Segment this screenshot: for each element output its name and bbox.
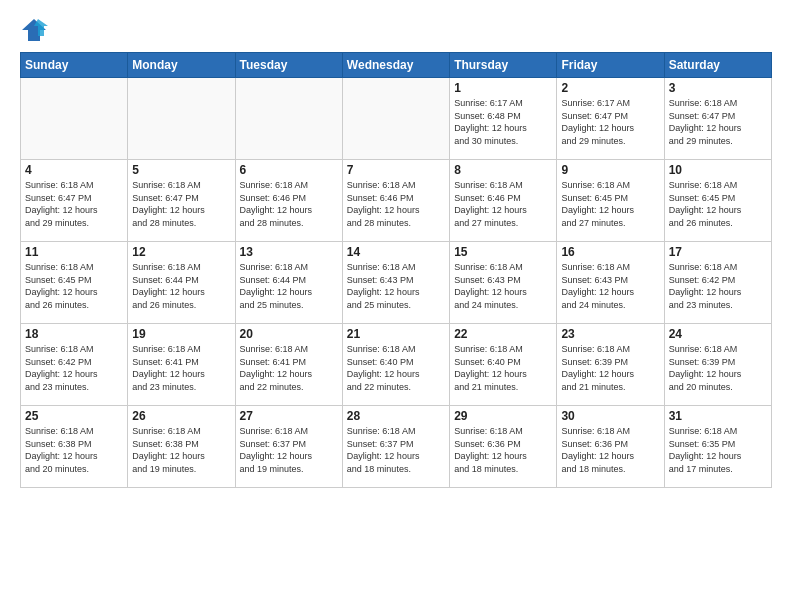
day-number: 8 <box>454 163 552 177</box>
calendar-day: 26Sunrise: 6:18 AM Sunset: 6:38 PM Dayli… <box>128 406 235 488</box>
calendar-day: 3Sunrise: 6:18 AM Sunset: 6:47 PM Daylig… <box>664 78 771 160</box>
day-number: 26 <box>132 409 230 423</box>
header-day: Tuesday <box>235 53 342 78</box>
day-info: Sunrise: 6:18 AM Sunset: 6:40 PM Dayligh… <box>454 343 552 393</box>
day-info: Sunrise: 6:18 AM Sunset: 6:43 PM Dayligh… <box>454 261 552 311</box>
calendar-day: 8Sunrise: 6:18 AM Sunset: 6:46 PM Daylig… <box>450 160 557 242</box>
calendar-day: 24Sunrise: 6:18 AM Sunset: 6:39 PM Dayli… <box>664 324 771 406</box>
calendar-day: 17Sunrise: 6:18 AM Sunset: 6:42 PM Dayli… <box>664 242 771 324</box>
calendar-day: 22Sunrise: 6:18 AM Sunset: 6:40 PM Dayli… <box>450 324 557 406</box>
day-info: Sunrise: 6:18 AM Sunset: 6:43 PM Dayligh… <box>347 261 445 311</box>
calendar-day: 14Sunrise: 6:18 AM Sunset: 6:43 PM Dayli… <box>342 242 449 324</box>
calendar-day: 25Sunrise: 6:18 AM Sunset: 6:38 PM Dayli… <box>21 406 128 488</box>
day-number: 15 <box>454 245 552 259</box>
calendar-day: 9Sunrise: 6:18 AM Sunset: 6:45 PM Daylig… <box>557 160 664 242</box>
day-number: 5 <box>132 163 230 177</box>
calendar-day: 2Sunrise: 6:17 AM Sunset: 6:47 PM Daylig… <box>557 78 664 160</box>
day-number: 27 <box>240 409 338 423</box>
day-number: 29 <box>454 409 552 423</box>
day-info: Sunrise: 6:18 AM Sunset: 6:42 PM Dayligh… <box>25 343 123 393</box>
calendar-day: 31Sunrise: 6:18 AM Sunset: 6:35 PM Dayli… <box>664 406 771 488</box>
calendar-day: 13Sunrise: 6:18 AM Sunset: 6:44 PM Dayli… <box>235 242 342 324</box>
day-number: 20 <box>240 327 338 341</box>
day-info: Sunrise: 6:18 AM Sunset: 6:46 PM Dayligh… <box>240 179 338 229</box>
calendar-week: 1Sunrise: 6:17 AM Sunset: 6:48 PM Daylig… <box>21 78 772 160</box>
day-info: Sunrise: 6:18 AM Sunset: 6:44 PM Dayligh… <box>132 261 230 311</box>
calendar-day: 10Sunrise: 6:18 AM Sunset: 6:45 PM Dayli… <box>664 160 771 242</box>
calendar-day: 7Sunrise: 6:18 AM Sunset: 6:46 PM Daylig… <box>342 160 449 242</box>
day-info: Sunrise: 6:18 AM Sunset: 6:38 PM Dayligh… <box>132 425 230 475</box>
calendar-day <box>128 78 235 160</box>
day-info: Sunrise: 6:18 AM Sunset: 6:47 PM Dayligh… <box>25 179 123 229</box>
day-info: Sunrise: 6:18 AM Sunset: 6:38 PM Dayligh… <box>25 425 123 475</box>
calendar-day: 29Sunrise: 6:18 AM Sunset: 6:36 PM Dayli… <box>450 406 557 488</box>
page: SundayMondayTuesdayWednesdayThursdayFrid… <box>0 0 792 612</box>
day-number: 30 <box>561 409 659 423</box>
calendar-day: 27Sunrise: 6:18 AM Sunset: 6:37 PM Dayli… <box>235 406 342 488</box>
day-info: Sunrise: 6:18 AM Sunset: 6:36 PM Dayligh… <box>454 425 552 475</box>
day-number: 7 <box>347 163 445 177</box>
calendar-day: 4Sunrise: 6:18 AM Sunset: 6:47 PM Daylig… <box>21 160 128 242</box>
day-number: 3 <box>669 81 767 95</box>
header-day: Sunday <box>21 53 128 78</box>
day-number: 24 <box>669 327 767 341</box>
day-info: Sunrise: 6:18 AM Sunset: 6:41 PM Dayligh… <box>132 343 230 393</box>
calendar-week: 18Sunrise: 6:18 AM Sunset: 6:42 PM Dayli… <box>21 324 772 406</box>
calendar-body: 1Sunrise: 6:17 AM Sunset: 6:48 PM Daylig… <box>21 78 772 488</box>
logo-icon <box>20 16 48 44</box>
day-number: 23 <box>561 327 659 341</box>
header <box>20 16 772 44</box>
calendar-day: 18Sunrise: 6:18 AM Sunset: 6:42 PM Dayli… <box>21 324 128 406</box>
header-day: Saturday <box>664 53 771 78</box>
day-number: 19 <box>132 327 230 341</box>
header-day: Monday <box>128 53 235 78</box>
day-number: 2 <box>561 81 659 95</box>
day-info: Sunrise: 6:18 AM Sunset: 6:35 PM Dayligh… <box>669 425 767 475</box>
day-info: Sunrise: 6:18 AM Sunset: 6:37 PM Dayligh… <box>240 425 338 475</box>
calendar-day: 30Sunrise: 6:18 AM Sunset: 6:36 PM Dayli… <box>557 406 664 488</box>
calendar-day: 16Sunrise: 6:18 AM Sunset: 6:43 PM Dayli… <box>557 242 664 324</box>
day-info: Sunrise: 6:18 AM Sunset: 6:39 PM Dayligh… <box>669 343 767 393</box>
day-info: Sunrise: 6:18 AM Sunset: 6:43 PM Dayligh… <box>561 261 659 311</box>
calendar-day <box>235 78 342 160</box>
calendar-day: 23Sunrise: 6:18 AM Sunset: 6:39 PM Dayli… <box>557 324 664 406</box>
calendar-day: 5Sunrise: 6:18 AM Sunset: 6:47 PM Daylig… <box>128 160 235 242</box>
header-day: Thursday <box>450 53 557 78</box>
calendar: SundayMondayTuesdayWednesdayThursdayFrid… <box>20 52 772 488</box>
calendar-day: 15Sunrise: 6:18 AM Sunset: 6:43 PM Dayli… <box>450 242 557 324</box>
calendar-week: 25Sunrise: 6:18 AM Sunset: 6:38 PM Dayli… <box>21 406 772 488</box>
day-number: 18 <box>25 327 123 341</box>
day-number: 14 <box>347 245 445 259</box>
day-number: 4 <box>25 163 123 177</box>
calendar-day: 19Sunrise: 6:18 AM Sunset: 6:41 PM Dayli… <box>128 324 235 406</box>
day-info: Sunrise: 6:18 AM Sunset: 6:44 PM Dayligh… <box>240 261 338 311</box>
header-day: Friday <box>557 53 664 78</box>
day-info: Sunrise: 6:18 AM Sunset: 6:41 PM Dayligh… <box>240 343 338 393</box>
calendar-header: SundayMondayTuesdayWednesdayThursdayFrid… <box>21 53 772 78</box>
day-number: 22 <box>454 327 552 341</box>
calendar-day: 28Sunrise: 6:18 AM Sunset: 6:37 PM Dayli… <box>342 406 449 488</box>
day-number: 1 <box>454 81 552 95</box>
day-number: 21 <box>347 327 445 341</box>
header-day: Wednesday <box>342 53 449 78</box>
calendar-day <box>342 78 449 160</box>
logo <box>20 16 52 44</box>
day-info: Sunrise: 6:18 AM Sunset: 6:46 PM Dayligh… <box>347 179 445 229</box>
day-number: 11 <box>25 245 123 259</box>
header-row: SundayMondayTuesdayWednesdayThursdayFrid… <box>21 53 772 78</box>
day-info: Sunrise: 6:18 AM Sunset: 6:42 PM Dayligh… <box>669 261 767 311</box>
day-number: 25 <box>25 409 123 423</box>
day-info: Sunrise: 6:17 AM Sunset: 6:48 PM Dayligh… <box>454 97 552 147</box>
calendar-day: 12Sunrise: 6:18 AM Sunset: 6:44 PM Dayli… <box>128 242 235 324</box>
calendar-day <box>21 78 128 160</box>
day-info: Sunrise: 6:18 AM Sunset: 6:46 PM Dayligh… <box>454 179 552 229</box>
day-number: 17 <box>669 245 767 259</box>
day-number: 31 <box>669 409 767 423</box>
day-number: 12 <box>132 245 230 259</box>
calendar-day: 1Sunrise: 6:17 AM Sunset: 6:48 PM Daylig… <box>450 78 557 160</box>
day-number: 10 <box>669 163 767 177</box>
calendar-day: 11Sunrise: 6:18 AM Sunset: 6:45 PM Dayli… <box>21 242 128 324</box>
day-info: Sunrise: 6:17 AM Sunset: 6:47 PM Dayligh… <box>561 97 659 147</box>
calendar-day: 21Sunrise: 6:18 AM Sunset: 6:40 PM Dayli… <box>342 324 449 406</box>
calendar-day: 20Sunrise: 6:18 AM Sunset: 6:41 PM Dayli… <box>235 324 342 406</box>
